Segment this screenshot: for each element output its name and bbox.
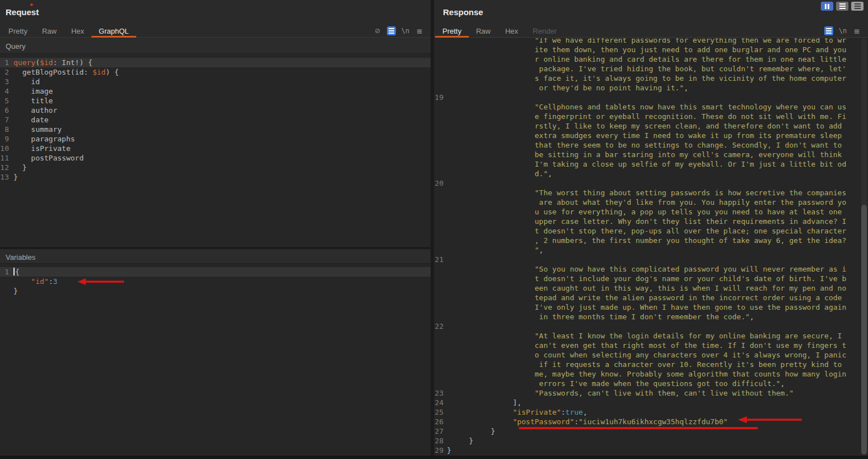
line-number: 23 (434, 388, 444, 398)
code-text: "Cellphones and tablets now have this sm… (447, 93, 846, 178)
code-line: 5 title (0, 96, 431, 105)
code-text: "At least I know the login details for m… (447, 322, 846, 388)
line-number: 2 (0, 67, 9, 77)
line-number (0, 277, 9, 286)
code-text: "So you now have this complicated passwo… (447, 255, 846, 322)
annotation-underline-password (519, 427, 758, 429)
code-text: } (447, 426, 495, 436)
layout-list-button[interactable] (836, 2, 848, 11)
newline-toggle-icon[interactable]: \n (401, 26, 410, 36)
response-scrollbar[interactable] (861, 38, 867, 456)
line-number: 26 (434, 417, 444, 426)
beautify-icon[interactable] (387, 26, 396, 36)
tab-raw[interactable]: Raw (35, 25, 64, 38)
response-editor[interactable]: "If we have different passwords for ever… (434, 38, 859, 456)
pause-button[interactable] (821, 2, 833, 11)
variables-editor[interactable]: 1{ "id":3} (0, 264, 431, 456)
code-text: summary (9, 125, 62, 134)
tab-pretty[interactable]: Pretty (1, 25, 35, 38)
code-line: 20"The worst thing about setting passwor… (434, 178, 859, 255)
code-text: } (9, 163, 26, 172)
code-line: 8 summary (0, 125, 431, 134)
code-text: "id":3 (9, 277, 57, 286)
code-text: image (9, 86, 53, 96)
query-editor[interactable]: 1query($id: Int!) {2 getBlogPost(id: $id… (0, 54, 431, 247)
variables-section-header: Variables (0, 249, 431, 264)
window-bottom-edge (0, 456, 868, 459)
line-number: 8 (0, 125, 9, 134)
code-line: "If we have different passwords for ever… (434, 38, 859, 93)
request-editor-toolbar: ⊘ \n ≡ (373, 25, 424, 37)
code-text: title (9, 96, 53, 105)
tab-pretty[interactable]: Pretty (435, 25, 469, 38)
beautify-icon[interactable] (824, 26, 833, 36)
beautify-badge (387, 26, 396, 35)
tab-hex[interactable]: Hex (498, 25, 525, 38)
line-number: 3 (0, 77, 9, 86)
code-line: 19"Cellphones and tablets now have this … (434, 93, 859, 178)
code-text: ], (447, 398, 521, 407)
line-number: 27 (434, 426, 444, 436)
code-line: 21"So you now have this complicated pass… (434, 255, 859, 322)
line-number: 5 (0, 96, 9, 105)
annotation-arrow-variables (77, 277, 125, 286)
grid-lines-icon (855, 3, 861, 9)
line-number: 12 (0, 163, 9, 172)
response-editor-toolbar: \n ≡ (824, 25, 861, 37)
tab-hex[interactable]: Hex (64, 25, 91, 38)
line-number: 24 (434, 398, 444, 407)
code-line: 12 } (0, 163, 431, 172)
code-line: 24], (434, 398, 859, 407)
code-text: isPrivate (9, 144, 71, 153)
line-number (434, 38, 444, 93)
code-line: 2 getBlogPost(id: $id) { (0, 67, 431, 77)
tab-render: Render (525, 25, 564, 38)
query-section-header: Query (0, 38, 431, 54)
window-controls (821, 2, 864, 11)
newline-toggle-icon[interactable]: \n (838, 26, 847, 36)
code-line: 9 paragraphs (0, 134, 431, 144)
code-line: 6 author (0, 105, 431, 115)
nonprintable-toggle-icon[interactable]: ⊘ (373, 26, 382, 36)
code-text: } (9, 172, 18, 182)
scrollbar-thumb[interactable] (861, 205, 867, 455)
code-line: 1query($id: Int!) { (0, 58, 431, 67)
line-number: 6 (0, 105, 9, 115)
code-line: 11 postPassword (0, 153, 431, 163)
code-line: 7 date (0, 115, 431, 125)
line-number: 1 (0, 267, 9, 277)
line-number: 13 (0, 172, 9, 182)
request-panel: Request ✦ PrettyRawHexGraphQL ⊘ \n ≡ Que… (0, 0, 431, 456)
code-text: paragraphs (9, 134, 75, 144)
line-number: 4 (0, 86, 9, 96)
line-number: 25 (434, 407, 444, 417)
code-text: "postPassword":"iuciw1uh7ku6ikhxcgw35hql… (447, 417, 728, 426)
code-text: } (447, 436, 473, 446)
line-number: 1 (0, 58, 9, 67)
line-number (0, 286, 9, 296)
code-text: getBlogPost(id: $id) { (9, 67, 119, 77)
code-line: 29} (434, 446, 859, 455)
tab-graphql[interactable]: GraphQL (91, 25, 136, 38)
layout-grid-button[interactable] (851, 2, 864, 11)
line-number: 28 (434, 436, 444, 446)
modified-indicator-icon: ✦ (29, 2, 34, 8)
editor-menu-icon[interactable]: ≡ (415, 26, 424, 36)
annotation-arrow-password (738, 415, 802, 425)
code-text: "The worst thing about setting passwords… (447, 178, 846, 255)
editor-menu-icon[interactable]: ≡ (852, 26, 861, 36)
code-line: 4 image (0, 86, 431, 96)
line-number: 21 (434, 255, 444, 322)
line-number: 9 (0, 134, 9, 144)
code-line: 28} (434, 436, 859, 446)
code-text: "If we have different passwords for ever… (447, 38, 846, 93)
line-number: 10 (0, 144, 9, 153)
request-title: Request (6, 7, 39, 17)
code-line: 1{ (0, 267, 431, 277)
code-line: "id":3 (0, 277, 431, 286)
code-text: query($id: Int!) { (9, 58, 93, 67)
code-text: postPassword (9, 153, 84, 163)
line-number: 20 (434, 178, 444, 255)
line-number: 7 (0, 115, 9, 125)
tab-raw[interactable]: Raw (469, 25, 498, 38)
